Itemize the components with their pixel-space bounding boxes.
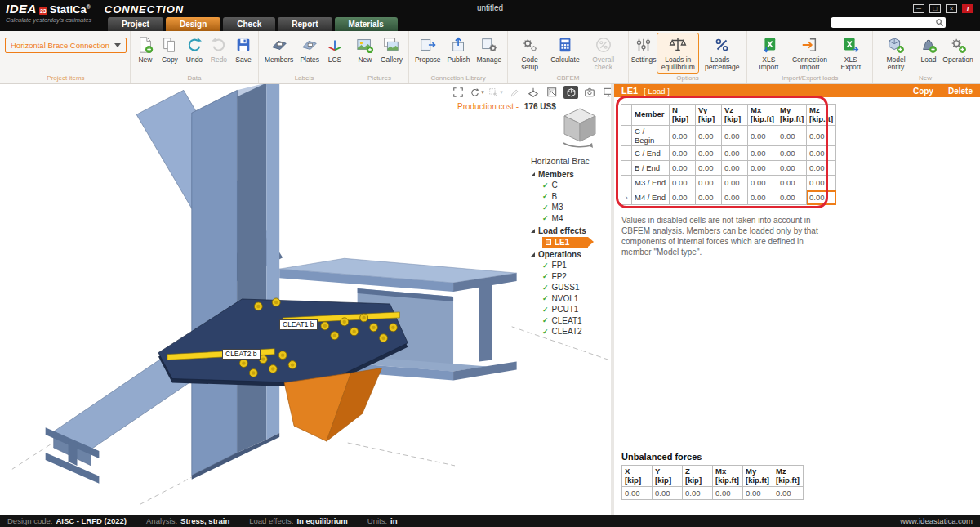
picture-new-button[interactable]: New <box>354 33 376 66</box>
xls-import-icon <box>760 35 777 55</box>
tab-materials[interactable]: Materials <box>335 17 398 31</box>
tree-item-member-m4[interactable]: ✓M4 <box>531 213 609 225</box>
tree-item-op-nvol1[interactable]: ✓NVOL1 <box>531 293 609 305</box>
ribbon-group-labels: Members Plates LCS Labels <box>259 31 350 83</box>
check-icon: ✓ <box>542 316 549 324</box>
publish-button[interactable]: Publish <box>445 33 473 66</box>
propose-icon <box>419 35 437 55</box>
cleat1-label: CLEAT1 b <box>279 319 318 330</box>
ribbon-group-label: Import/Export loads <box>751 74 869 83</box>
tab-report[interactable]: Report <box>278 17 332 31</box>
ribbon-group-import-export: XLS Import Connection Import XLS Export … <box>747 31 873 83</box>
connection-item-selector[interactable]: Horizontal Brace Connection <box>5 38 127 53</box>
tree-item-member-m3[interactable]: ✓M3 <box>531 202 609 213</box>
save-button[interactable]: Save <box>232 33 255 66</box>
workplane-icon[interactable] <box>526 86 541 99</box>
focused-cell[interactable]: 0.00 <box>807 190 836 205</box>
connection-item-label: Horizontal Brace Connection <box>11 41 109 50</box>
operation-new-button[interactable]: Operation <box>942 33 974 66</box>
model-entity-button[interactable]: Model entity <box>876 33 915 74</box>
labels-members-button[interactable]: Members <box>262 33 296 66</box>
tab-check[interactable]: Check <box>223 17 275 31</box>
check-icon: ✓ <box>542 214 549 222</box>
overall-check-button: Overall check <box>582 33 625 74</box>
tree-section-operations[interactable]: Operations <box>531 248 609 260</box>
3d-scene[interactable] <box>0 84 611 515</box>
calculator-icon <box>556 35 574 55</box>
display-settings-icon[interactable] <box>601 86 614 99</box>
loads-percentage-button[interactable]: Loads - percentage <box>701 33 743 74</box>
check-icon: ✓ <box>542 306 549 314</box>
close-button[interactable]: × <box>946 4 957 13</box>
calculate-button[interactable]: Calculate <box>550 33 581 66</box>
global-search-box <box>831 17 946 28</box>
ribbon-group-project-items: Horizontal Brace Connection Project item… <box>2 31 131 83</box>
tree-section-members[interactable]: Members <box>531 168 609 180</box>
sliders-icon <box>635 35 653 55</box>
code-setup-button[interactable]: Code setup <box>511 33 548 74</box>
tree-item-le1-selected[interactable]: LE1 <box>542 237 588 248</box>
viewport-3d[interactable]: ▾ ▾ Production cost - 176 US$ CLEA <box>0 84 614 515</box>
loads-in-equilibrium-button[interactable]: Loads in equilibrium <box>657 33 699 74</box>
gallery-button[interactable]: Gallery <box>378 33 405 66</box>
undo-button[interactable]: Undo <box>183 33 206 66</box>
section-view-icon[interactable] <box>545 86 559 99</box>
website-link[interactable]: www.ideastatica.com <box>900 516 973 525</box>
info-button[interactable]: i <box>962 4 973 13</box>
tree-item-member-b[interactable]: ✓B <box>531 191 609 203</box>
propose-button[interactable]: Propose <box>412 33 443 66</box>
table-row: 0.00 0.00 0.00 0.00 0.00 0.00 <box>622 487 804 500</box>
operation-plus-icon <box>949 35 967 55</box>
load-case-subtitle: [ Load ] <box>644 87 670 96</box>
active-row-marker: › <box>621 190 632 205</box>
tree-item-member-c[interactable]: ✓C <box>531 180 609 191</box>
selection-mode-icon: ▾ <box>488 86 503 99</box>
col-my: My[kip.ft] <box>777 105 807 126</box>
edit-icon <box>507 86 522 99</box>
labels-lcs-button[interactable]: LCS <box>323 33 346 66</box>
connection-import-button[interactable]: Connection Import <box>788 33 831 74</box>
maximize-button[interactable]: □ <box>929 4 941 13</box>
global-search-input[interactable] <box>831 18 935 27</box>
load-case-title: LE1 <box>621 86 638 96</box>
load-new-button[interactable]: Load <box>917 33 940 66</box>
rotate-view-icon[interactable]: ▾ <box>470 86 484 99</box>
copy-button[interactable]: Copy <box>158 33 181 66</box>
col-mx: Mx[kip.ft] <box>748 105 777 126</box>
col-vz: Vz[kip] <box>722 105 748 126</box>
xls-import-button[interactable]: XLS Import <box>751 33 786 74</box>
check-icon: ✓ <box>542 261 549 270</box>
tree-section-load-effects[interactable]: Load effects <box>531 225 609 236</box>
check-icon: ✓ <box>542 192 549 200</box>
title-bar: IDEA 23 StatiCa® CONNECTION Calculate ye… <box>0 0 980 31</box>
delete-load-button[interactable]: Delete <box>948 87 973 96</box>
copy-load-button[interactable]: Copy <box>913 87 933 96</box>
new-button[interactable]: New <box>134 33 157 66</box>
navigation-cube[interactable] <box>557 104 603 151</box>
tree-item-op-fp1[interactable]: ✓FP1 <box>531 260 609 271</box>
xls-export-button[interactable]: XLS Export <box>832 33 869 74</box>
solid-view-icon[interactable] <box>564 86 578 99</box>
tab-design[interactable]: Design <box>166 17 220 31</box>
tree-root-title: Horizontal Brac <box>531 156 609 167</box>
manage-button[interactable]: Manage <box>474 33 505 66</box>
load-effects-table: Member N[kip] Vy[kip] Vz[kip] Mx[kip.ft]… <box>621 104 836 205</box>
settings-button[interactable]: Settings <box>632 33 655 66</box>
col-vy: Vy[kip] <box>696 105 722 126</box>
tree-item-op-cleat2[interactable]: ✓CLEAT2 <box>531 326 609 337</box>
logo-idea-text: IDEA <box>6 2 37 16</box>
minimize-button[interactable]: ─ <box>913 4 924 13</box>
tree-item-op-fp2[interactable]: ✓FP2 <box>531 271 609 283</box>
col-member: Member <box>632 105 670 126</box>
zoom-fit-icon[interactable] <box>451 86 466 99</box>
status-bar: Design code:AISC - LRFD (2022) Analysis:… <box>0 515 980 527</box>
camera-icon[interactable] <box>582 86 597 99</box>
tree-item-op-pcut1[interactable]: ✓PCUT1 <box>531 304 609 315</box>
tree-item-op-guss1[interactable]: ✓GUSS1 <box>531 282 609 293</box>
search-icon[interactable] <box>935 18 944 27</box>
ribbon-group-cbfem: Code setup Calculate Overall check CBFEM <box>508 31 629 83</box>
percent-check-icon <box>595 35 612 55</box>
labels-plates-button[interactable]: Plates <box>297 33 322 66</box>
tree-item-op-cleat1[interactable]: ✓CLEAT1 <box>531 315 609 327</box>
tab-project[interactable]: Project <box>108 17 163 31</box>
